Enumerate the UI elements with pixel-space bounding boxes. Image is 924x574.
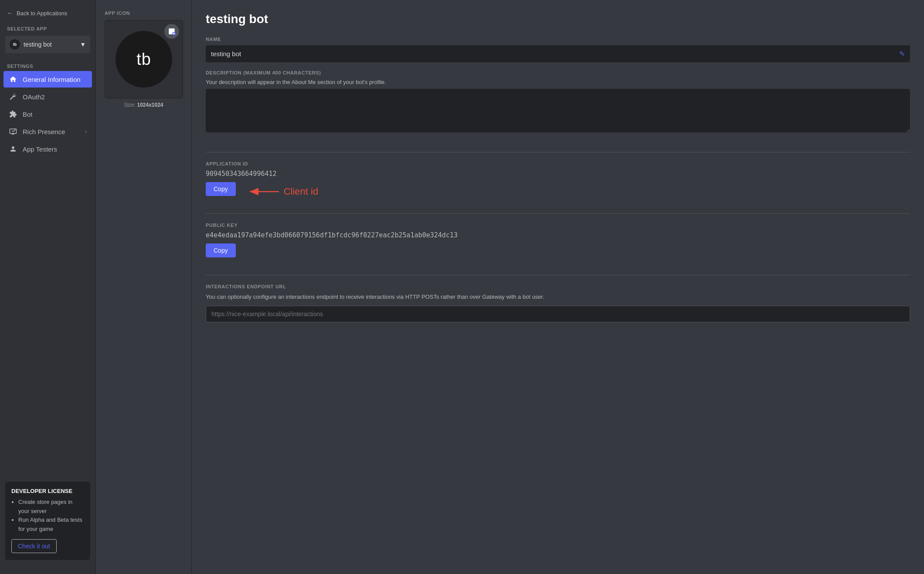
sidebar-item-app-testers[interactable]: App Testers [3, 141, 92, 157]
upload-icon-button[interactable] [164, 24, 179, 39]
home-icon [9, 75, 17, 84]
description-section: DESCRIPTION (MAXIMUM 400 CHARACTERS) You… [206, 70, 910, 143]
section-divider-2 [206, 213, 910, 214]
description-hint: Your description will appear in the Abou… [206, 79, 910, 85]
sidebar-item-rich-presence[interactable]: Rich Presence › [3, 123, 92, 140]
developer-license-item-1: Create store pages in your server [18, 498, 84, 516]
client-id-annotation: Client id [284, 186, 318, 197]
application-id-label: APPLICATION ID [206, 161, 910, 166]
nav-label-bot: Bot [23, 111, 33, 118]
sidebar-item-bot[interactable]: Bot [3, 106, 92, 122]
monitor-icon [9, 127, 17, 136]
sidebar-item-oauth2[interactable]: OAuth2 [3, 88, 92, 105]
description-textarea[interactable] [206, 89, 910, 132]
app-avatar-small: tb [10, 39, 20, 50]
developer-license-box: DEVELOPER LICENSE Create store pages in … [5, 482, 90, 560]
interactions-label: INTERACTIONS ENDPOINT URL [206, 284, 910, 289]
section-divider-3 [206, 275, 910, 275]
settings-section-label: SETTINGS [0, 58, 95, 71]
application-id-value: 909450343664996412 [206, 170, 910, 178]
app-icon-circle: tb [116, 31, 172, 88]
selected-app-dropdown[interactable]: tb testing bot ▼ [5, 36, 90, 53]
nav-label-app-testers: App Testers [23, 145, 57, 153]
puzzle-icon [9, 110, 17, 118]
app-initials-small: tb [13, 42, 17, 47]
back-arrow-icon: ← [7, 10, 13, 17]
section-divider-1 [206, 152, 910, 152]
nav-label-general: General Information [23, 76, 81, 83]
dropdown-chevron-icon: ▼ [80, 41, 86, 48]
app-icon-panel: APP ICON tb Size: 1024x1024 [96, 0, 192, 574]
app-icon-box[interactable]: tb [105, 20, 183, 98]
copy-public-key-button[interactable]: Copy [206, 243, 236, 257]
back-link-label: Back to Applications [17, 10, 67, 17]
nav-label-rich-presence: Rich Presence [23, 128, 65, 135]
annotation-arrow: Client id [246, 186, 318, 198]
name-input-row: ✎ [206, 45, 910, 62]
description-label: DESCRIPTION (MAXIMUM 400 CHARACTERS) [206, 70, 910, 75]
interactions-section: INTERACTIONS ENDPOINT URL You can option… [206, 284, 910, 322]
interactions-hint: You can optionally configure an interact… [206, 293, 910, 301]
selected-app-container: tb testing bot ▼ [0, 33, 95, 58]
chevron-right-icon: › [85, 128, 87, 135]
person-icon [9, 145, 17, 153]
interactions-input[interactable] [206, 306, 910, 322]
app-icon-label: APP ICON [105, 10, 183, 16]
selected-app-section-label: SELECTED APP [0, 23, 95, 33]
public-key-section: PUBLIC KEY e4e4edaa197a94efe3bd066079156… [206, 223, 910, 266]
icon-size-label: Size: [124, 102, 136, 108]
nav-label-oauth2: OAuth2 [23, 93, 45, 101]
sidebar-item-general-information[interactable]: General Information [3, 71, 92, 88]
copy-app-id-button[interactable]: Copy [206, 182, 236, 196]
name-input[interactable] [211, 50, 899, 57]
wrench-icon [9, 92, 17, 101]
public-key-label: PUBLIC KEY [206, 223, 910, 228]
developer-license-item-2: Run Alpha and Beta tests for your game [18, 516, 84, 534]
public-key-value: e4e4edaa197a94efe3bd066079156df1bfcdc96f… [206, 231, 910, 239]
developer-license-list: Create store pages in your server Run Al… [11, 498, 84, 534]
app-name-dropdown: testing bot [24, 41, 52, 48]
app-icon-initials: tb [136, 50, 151, 69]
page-title: testing bot [206, 12, 910, 26]
edit-icon[interactable]: ✎ [899, 50, 905, 58]
upload-image-icon [168, 27, 176, 35]
check-it-out-button[interactable]: Check it out [11, 539, 57, 553]
name-label: NAME [206, 37, 910, 42]
back-link[interactable]: ← Back to Applications [0, 7, 95, 23]
red-arrow-icon [246, 186, 281, 198]
name-section: NAME ✎ [206, 37, 910, 62]
sidebar: ← Back to Applications SELECTED APP tb t… [0, 0, 96, 574]
application-id-section: APPLICATION ID 909450343664996412 Copy [206, 161, 910, 205]
icon-size-value: 1024x1024 [137, 102, 163, 108]
developer-license-title: DEVELOPER LICENSE [11, 488, 84, 494]
main-content: testing bot NAME ✎ DESCRIPTION (MAXIMUM … [192, 0, 924, 574]
icon-size-text: Size: 1024x1024 [105, 102, 183, 108]
